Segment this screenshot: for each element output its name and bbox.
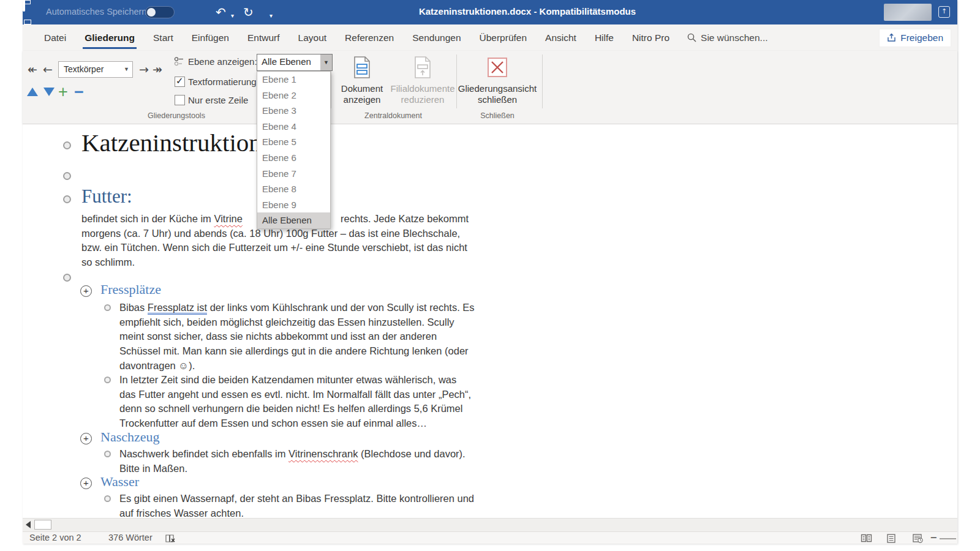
document-canvas[interactable]: Katzeninstruktionen Futter: befindet sic…	[23, 124, 957, 518]
group-divider	[542, 54, 543, 108]
heading-fressplaetze[interactable]: Fressplätze	[100, 282, 161, 298]
show-level-label: Ebene anzeigen:	[188, 56, 257, 67]
close-outline-view-button[interactable]: Gliederungsansicht schließen	[456, 54, 538, 110]
redo-icon[interactable]: ↻	[243, 5, 254, 20]
tab-referenzen[interactable]: Referenzen	[336, 24, 403, 51]
tab-ansicht[interactable]: Ansicht	[536, 24, 586, 51]
horizontal-scrollbar[interactable]	[23, 518, 957, 531]
expand-heading-icon[interactable]: +	[80, 478, 92, 489]
quick-access-caret-icon[interactable]: ▾	[270, 9, 273, 23]
dropdown-item-ebene-1[interactable]: Ebene 1	[257, 72, 330, 88]
proofing-status-icon[interactable]	[165, 534, 176, 543]
text-line: so schlimm.	[81, 255, 467, 270]
promote-to-heading1-icon[interactable]: ↞	[28, 62, 37, 76]
close-outline-view-icon	[486, 56, 508, 78]
user-account-badge[interactable]	[884, 4, 932, 21]
dropdown-item-ebene-9[interactable]: Ebene 9	[257, 197, 330, 213]
read-mode-icon[interactable]	[861, 534, 872, 542]
tell-me-search[interactable]: Sie wünschen...	[679, 32, 776, 43]
outline-handle[interactable]	[63, 274, 71, 282]
tab-ueberpruefen[interactable]: Überprüfen	[470, 24, 537, 51]
naschzeug-paragraph[interactable]: Naschwerk befindet sich ebenfalls im Vit…	[119, 447, 466, 476]
web-layout-icon[interactable]	[913, 534, 923, 543]
heading-futter[interactable]: Futter:	[81, 186, 132, 208]
outline-handle[interactable]	[63, 172, 71, 180]
share-button[interactable]: Freigeben	[879, 29, 951, 47]
doc-title-heading[interactable]: Katzeninstruktionen	[81, 128, 285, 157]
expand-heading-icon[interactable]: +	[80, 433, 92, 444]
outline-handle[interactable]	[104, 304, 111, 311]
scroll-left-icon[interactable]	[26, 521, 31, 528]
dropdown-item-ebene-7[interactable]: Ebene 7	[257, 166, 330, 182]
text-line: davontragen ☺).	[119, 359, 475, 373]
dropdown-item-ebene-3[interactable]: Ebene 3	[257, 103, 330, 119]
document-title: Katzeninstruktionen.docx - Kompatibilitä…	[419, 6, 636, 17]
show-document-label-2: anzeigen	[330, 94, 394, 105]
tab-hilfe[interactable]: Hilfe	[586, 24, 623, 51]
text-formatting-checkbox[interactable]: ✓	[175, 77, 185, 87]
print-layout-icon[interactable]	[887, 534, 895, 543]
expand-heading-icon[interactable]: +	[80, 285, 92, 297]
wasser-paragraph[interactable]: Es gibt einen Wassernapf, der steht an B…	[119, 492, 474, 518]
tab-entwurf[interactable]: Entwurf	[238, 24, 289, 51]
first-line-only-checkbox[interactable]	[175, 95, 185, 105]
expand-icon[interactable]: +	[58, 83, 68, 102]
tab-nitro-pro[interactable]: Nitro Pro	[623, 24, 679, 51]
outline-handle[interactable]	[104, 451, 111, 457]
combobox-dropdown-button[interactable]: ▼	[320, 54, 332, 70]
grammar-flagged-words: Fressplatz ist	[148, 302, 207, 315]
outline-level-combobox[interactable]: Textkörper ▼	[58, 61, 133, 78]
text-formatting-label: Textformatierung	[188, 77, 257, 87]
demote-icon[interactable]: →	[139, 62, 149, 76]
dropdown-item-ebene-4[interactable]: Ebene 4	[257, 119, 330, 135]
zoom-slider-track[interactable]	[940, 538, 956, 539]
tab-sendungen[interactable]: Sendungen	[403, 24, 470, 51]
text-line-clipped: auf frisches Wasser achten.	[119, 506, 474, 518]
text-run: der links vom Kühlschrank und der von Sc…	[207, 302, 475, 313]
dropdown-item-ebene-2[interactable]: Ebene 2	[257, 88, 330, 103]
outline-handle[interactable]	[63, 141, 71, 149]
misspelled-word: Vitrinenschrank	[288, 448, 358, 459]
tab-gliederung[interactable]: Gliederung	[75, 24, 144, 51]
close-outline-label-2: schließen	[456, 94, 538, 105]
undo-icon[interactable]: ↶	[216, 5, 226, 20]
word-count[interactable]: 376 Wörter	[108, 533, 153, 542]
text-run: (Blechdose und davor).	[358, 448, 465, 459]
close-outline-label-1: Gliederungsansicht	[456, 83, 538, 94]
tab-layout[interactable]: Layout	[289, 24, 336, 51]
demote-to-bodytext-icon[interactable]: ↠	[153, 62, 162, 76]
outline-handle[interactable]	[104, 377, 111, 383]
fressplaetze-paragraph-1[interactable]: Bibas Fressplatz ist der links vom Kühls…	[119, 301, 475, 373]
page-indicator[interactable]: Seite 2 von 2	[29, 533, 81, 542]
zoom-out-button[interactable]: −	[930, 533, 937, 542]
dropdown-item-ebene-5[interactable]: Ebene 5	[257, 134, 330, 150]
autosave-toggle[interactable]	[145, 6, 175, 18]
ribbon-display-options-icon[interactable]: ↑	[938, 6, 950, 18]
outline-handle[interactable]	[104, 495, 111, 502]
move-down-icon[interactable]	[43, 88, 55, 96]
heading-wasser[interactable]: Wasser	[100, 474, 139, 490]
promote-icon[interactable]: ←	[43, 62, 53, 76]
text-line: Trockenfutter auf dem Essen und schon es…	[119, 416, 471, 431]
show-document-icon	[353, 56, 371, 78]
save-icon[interactable]	[23, 0, 25, 12]
heading-naschzeug[interactable]: Naschzeug	[100, 429, 160, 445]
collapse-subdocuments-button: Filialdokumente reduzieren	[386, 54, 459, 110]
text-run: rechts. Jede Katze bekommt	[341, 212, 469, 227]
text-line: Es gibt einen Wassernapf, der steht an B…	[119, 492, 474, 506]
show-document-button[interactable]: Dokument anzeigen	[330, 54, 394, 110]
collapse-icon[interactable]: −	[74, 83, 84, 102]
fressplaetze-paragraph-2[interactable]: In letzter Zeit sind die beiden Katzenda…	[119, 373, 471, 431]
tab-start[interactable]: Start	[144, 24, 183, 51]
outline-handle[interactable]	[63, 195, 71, 203]
show-level-combobox[interactable]: Alle Ebenen ▼	[257, 54, 333, 71]
dropdown-item-ebene-8[interactable]: Ebene 8	[257, 181, 330, 197]
tab-einfuegen[interactable]: Einfügen	[183, 24, 238, 51]
show-level-value: Alle Ebenen	[262, 56, 311, 67]
move-up-icon[interactable]	[27, 88, 38, 96]
dropdown-item-alle-ebenen[interactable]: Alle Ebenen	[257, 212, 330, 228]
dropdown-item-ebene-6[interactable]: Ebene 6	[257, 150, 330, 166]
undo-caret-icon[interactable]: ▾	[231, 9, 234, 23]
tab-datei[interactable]: Datei	[35, 24, 75, 51]
scrollbar-thumb[interactable]	[34, 520, 51, 530]
